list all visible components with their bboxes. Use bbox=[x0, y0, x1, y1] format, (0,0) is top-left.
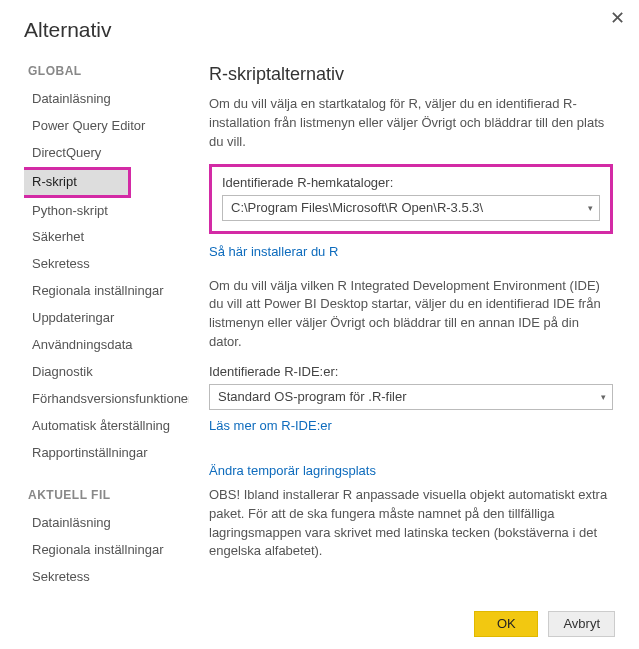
intro-text: Om du vill välja en startkatalog för R, … bbox=[209, 95, 613, 152]
change-temp-storage-link[interactable]: Ändra temporär lagringsplats bbox=[209, 463, 376, 478]
sidebar-item-diagnostics[interactable]: Diagnostik bbox=[24, 359, 189, 386]
sidebar-item-r-script[interactable]: R-skript bbox=[24, 170, 128, 195]
page-heading: R-skriptalternativ bbox=[209, 64, 613, 85]
cancel-button[interactable]: Avbryt bbox=[548, 611, 615, 637]
ide-intro-text: Om du vill välja vilken R Integrated Dev… bbox=[209, 277, 613, 352]
close-icon[interactable]: ✕ bbox=[607, 8, 627, 28]
options-dialog: ✕ Alternativ GLOBAL Datainläsning Power … bbox=[0, 0, 639, 649]
sidebar-item-preview-features[interactable]: Förhandsversionsfunktioner bbox=[24, 386, 189, 413]
ide-select[interactable]: Standard OS-program för .R-filer ▾ bbox=[209, 384, 613, 410]
sidebar-item-python-script[interactable]: Python-skript bbox=[24, 198, 189, 225]
ok-button[interactable]: OK bbox=[474, 611, 538, 637]
dialog-footer: OK Avbryt bbox=[474, 611, 615, 637]
dialog-title: Alternativ bbox=[24, 18, 615, 42]
sidebar-item-cf-privacy[interactable]: Sekretess bbox=[24, 564, 189, 591]
sidebar-item-directquery[interactable]: DirectQuery bbox=[24, 140, 189, 167]
sidebar-header-current-file: AKTUELL FIL bbox=[28, 488, 189, 502]
ide-value: Standard OS-program för .R-filer bbox=[218, 389, 407, 404]
sidebar-item-updates[interactable]: Uppdateringar bbox=[24, 305, 189, 332]
sidebar: GLOBAL Datainläsning Power Query Editor … bbox=[24, 64, 189, 594]
sidebar-item-cf-regional[interactable]: Regionala inställningar bbox=[24, 537, 189, 564]
sidebar-item-data-load[interactable]: Datainläsning bbox=[24, 86, 189, 113]
chevron-down-icon: ▾ bbox=[601, 385, 606, 409]
sidebar-item-auto-recovery[interactable]: Automatisk återställning bbox=[24, 413, 189, 440]
sidebar-item-privacy[interactable]: Sekretess bbox=[24, 251, 189, 278]
home-dir-select[interactable]: C:\Program Files\Microsoft\R Open\R-3.5.… bbox=[222, 195, 600, 221]
sidebar-item-cf-data-load[interactable]: Datainläsning bbox=[24, 510, 189, 537]
home-dir-label: Identifierade R-hemkataloger: bbox=[222, 175, 600, 190]
ide-field-group: Identifierade R-IDE:er: Standard OS-prog… bbox=[209, 364, 613, 410]
chevron-down-icon: ▾ bbox=[588, 196, 593, 220]
install-r-link[interactable]: Så här installerar du R bbox=[209, 244, 338, 259]
sidebar-item-usage-data[interactable]: Användningsdata bbox=[24, 332, 189, 359]
main-panel: R-skriptalternativ Om du vill välja en s… bbox=[189, 64, 615, 594]
sidebar-item-report-settings[interactable]: Rapportinställningar bbox=[24, 440, 189, 467]
sidebar-header-global: GLOBAL bbox=[28, 64, 189, 78]
highlight-box-rscript: R-skript bbox=[24, 167, 131, 198]
sidebar-item-cf-auto-recovery[interactable]: Automatisk återställning bbox=[24, 591, 189, 594]
ide-learn-more-link[interactable]: Läs mer om R-IDE:er bbox=[209, 418, 332, 433]
dialog-content: GLOBAL Datainläsning Power Query Editor … bbox=[24, 64, 615, 594]
ide-label: Identifierade R-IDE:er: bbox=[209, 364, 613, 379]
home-dir-value: C:\Program Files\Microsoft\R Open\R-3.5.… bbox=[231, 200, 483, 215]
sidebar-item-power-query[interactable]: Power Query Editor bbox=[24, 113, 189, 140]
highlight-box-home-dir: Identifierade R-hemkataloger: C:\Program… bbox=[209, 164, 613, 234]
temp-storage-note: OBS! Ibland installerar R anpassade visu… bbox=[209, 486, 613, 561]
sidebar-item-security[interactable]: Säkerhet bbox=[24, 224, 189, 251]
sidebar-item-regional[interactable]: Regionala inställningar bbox=[24, 278, 189, 305]
